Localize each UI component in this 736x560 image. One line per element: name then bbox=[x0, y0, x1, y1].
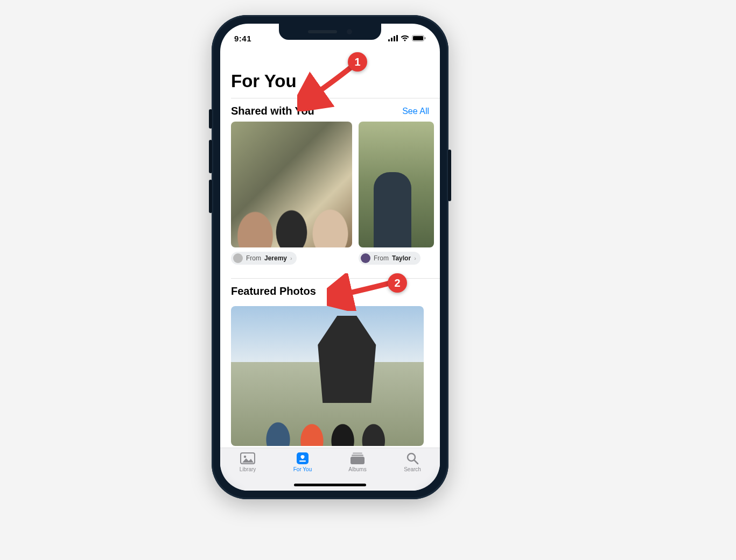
svg-rect-0 bbox=[388, 39, 390, 41]
featured-photos-scroller[interactable] bbox=[220, 306, 440, 446]
svg-rect-3 bbox=[396, 35, 398, 41]
featured-photo-thumbnail[interactable] bbox=[231, 306, 424, 446]
volume-down-button bbox=[209, 180, 212, 213]
tab-library[interactable]: Library bbox=[226, 451, 269, 472]
status-icons bbox=[388, 35, 426, 41]
tab-label: Library bbox=[240, 466, 256, 472]
svg-rect-10 bbox=[299, 460, 306, 462]
tab-search[interactable]: Search bbox=[391, 451, 434, 472]
cellular-signal-icon bbox=[388, 35, 398, 41]
svg-rect-13 bbox=[351, 457, 365, 464]
from-prefix: From bbox=[374, 254, 389, 262]
chevron-right-icon: › bbox=[290, 255, 292, 261]
svg-rect-6 bbox=[425, 37, 426, 39]
shared-photo-thumbnail[interactable] bbox=[231, 122, 352, 247]
see-all-link[interactable]: See All bbox=[402, 107, 429, 116]
tab-for-you[interactable]: For You bbox=[281, 451, 324, 472]
phone-frame: 9:41 For You Shared with You See All bbox=[212, 15, 448, 499]
from-name: Jeremy bbox=[264, 254, 287, 262]
screen: 9:41 For You Shared with You See All bbox=[220, 24, 440, 491]
svg-line-15 bbox=[415, 460, 418, 464]
svg-rect-5 bbox=[413, 36, 423, 40]
tab-label: Albums bbox=[348, 466, 366, 472]
tab-label: Search bbox=[404, 466, 421, 472]
from-prefix: From bbox=[246, 254, 261, 262]
featured-photos-header: Featured Photos bbox=[220, 279, 440, 302]
speaker-grille bbox=[308, 30, 337, 33]
notch bbox=[279, 24, 381, 40]
svg-rect-2 bbox=[394, 36, 395, 41]
status-time: 9:41 bbox=[234, 34, 251, 43]
library-icon bbox=[240, 451, 255, 465]
chevron-right-icon: › bbox=[414, 255, 416, 261]
wifi-icon bbox=[401, 35, 409, 41]
tab-albums[interactable]: Albums bbox=[336, 451, 379, 472]
shared-with-you-scroller[interactable]: From Jeremy › From Taylor › bbox=[220, 122, 440, 265]
shared-with-you-title: Shared with You bbox=[231, 105, 314, 117]
svg-rect-11 bbox=[353, 452, 362, 454]
from-name: Taylor bbox=[392, 254, 411, 262]
battery-icon bbox=[412, 35, 426, 41]
shared-card[interactable]: From Taylor › bbox=[359, 122, 434, 265]
from-pill[interactable]: From Taylor › bbox=[359, 252, 420, 265]
svg-rect-12 bbox=[352, 455, 363, 456]
albums-icon bbox=[350, 451, 365, 465]
shared-card[interactable]: From Jeremy › bbox=[231, 122, 352, 265]
tab-label: For You bbox=[293, 466, 312, 472]
avatar-icon bbox=[233, 253, 243, 263]
page-title: For You bbox=[220, 47, 440, 98]
svg-rect-1 bbox=[391, 38, 392, 41]
shared-photo-thumbnail[interactable] bbox=[359, 122, 434, 247]
content-area[interactable]: For You Shared with You See All From Jer… bbox=[220, 47, 440, 448]
from-pill[interactable]: From Jeremy › bbox=[231, 252, 297, 265]
svg-point-8 bbox=[244, 456, 246, 458]
mute-switch bbox=[209, 109, 212, 129]
featured-photos-title: Featured Photos bbox=[231, 285, 316, 297]
home-indicator[interactable] bbox=[294, 484, 366, 486]
avatar-icon bbox=[361, 253, 370, 263]
volume-up-button bbox=[209, 140, 212, 173]
for-you-icon bbox=[295, 451, 310, 465]
search-icon bbox=[405, 451, 420, 465]
front-camera bbox=[347, 29, 352, 34]
shared-with-you-header: Shared with You See All bbox=[220, 98, 440, 122]
power-button bbox=[448, 150, 451, 201]
